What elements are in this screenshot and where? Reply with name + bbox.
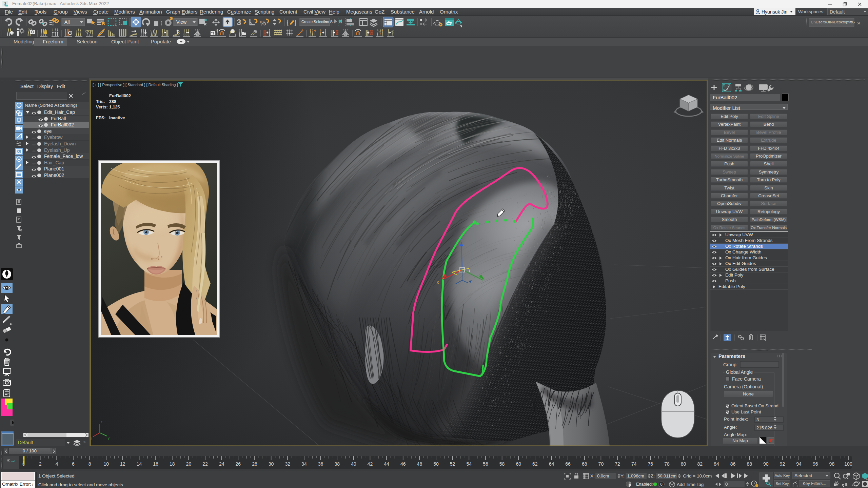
svg-text:14: 14 xyxy=(137,461,142,467)
svg-text:52: 52 xyxy=(450,461,455,467)
svg-text:18: 18 xyxy=(170,461,175,467)
svg-text:32: 32 xyxy=(285,461,290,467)
svg-text:78: 78 xyxy=(664,461,670,467)
svg-text:4: 4 xyxy=(55,461,58,467)
svg-text:42: 42 xyxy=(368,461,373,467)
svg-text:288: 288 xyxy=(109,99,116,104)
svg-text:38: 38 xyxy=(334,461,340,467)
svg-text:30: 30 xyxy=(269,461,274,467)
svg-text:z: z xyxy=(101,420,102,424)
svg-text:All: All xyxy=(64,19,70,25)
svg-text:x: x xyxy=(437,280,439,285)
svg-text:FurBall002: FurBall002 xyxy=(109,94,131,98)
svg-text:12: 12 xyxy=(120,461,125,467)
svg-text:70: 70 xyxy=(598,461,604,467)
svg-text:90: 90 xyxy=(763,461,769,467)
svg-text:40: 40 xyxy=(351,461,356,467)
svg-text:56: 56 xyxy=(483,461,488,467)
svg-text:98: 98 xyxy=(829,461,835,467)
svg-text:60: 60 xyxy=(516,461,521,467)
svg-text:86: 86 xyxy=(730,461,736,467)
svg-text:92: 92 xyxy=(780,461,785,467)
svg-text:20: 20 xyxy=(186,461,192,467)
svg-text:50: 50 xyxy=(433,461,439,467)
svg-text:96: 96 xyxy=(813,461,818,467)
svg-text:}: } xyxy=(294,19,297,26)
svg-text:68: 68 xyxy=(582,461,587,467)
svg-text:»: » xyxy=(857,20,860,26)
svg-text:66: 66 xyxy=(565,461,571,467)
svg-text:72: 72 xyxy=(615,461,620,467)
svg-text:24: 24 xyxy=(219,461,224,467)
svg-text:34: 34 xyxy=(301,461,307,467)
svg-text:1,125: 1,125 xyxy=(109,105,120,109)
svg-text:76: 76 xyxy=(648,461,653,467)
svg-text:FPS:: FPS: xyxy=(96,116,105,120)
svg-text:58: 58 xyxy=(499,461,505,467)
svg-text:88: 88 xyxy=(747,461,752,467)
svg-text:48: 48 xyxy=(417,461,422,467)
svg-text:26: 26 xyxy=(236,461,241,467)
svg-text:82: 82 xyxy=(697,461,703,467)
svg-text:6: 6 xyxy=(72,461,75,467)
svg-text:Create Selection Set: Create Selection Set xyxy=(301,20,336,24)
svg-text:44: 44 xyxy=(384,461,389,467)
svg-text:C:\Users\JIN\Desktop\KG: C:\Users\JIN\Desktop\KG xyxy=(811,20,855,24)
svg-text:10: 10 xyxy=(103,461,109,467)
svg-text:%: % xyxy=(260,19,266,27)
svg-text:74: 74 xyxy=(631,461,637,467)
svg-text:y: y xyxy=(108,436,110,440)
svg-text:3: 3 xyxy=(237,18,241,27)
svg-text:64: 64 xyxy=(549,461,554,467)
svg-text:100: 100 xyxy=(844,461,852,467)
svg-text:2: 2 xyxy=(39,461,42,467)
svg-text:Inactive: Inactive xyxy=(109,116,125,120)
svg-text:54: 54 xyxy=(467,461,472,467)
svg-text:[ + ] [ Perspective ] [ Standa: [ + ] [ Perspective ] [ Standard ] [ Def… xyxy=(93,83,178,87)
svg-text:z: z xyxy=(460,237,462,241)
svg-text:22: 22 xyxy=(202,461,208,467)
svg-text:View: View xyxy=(176,19,187,25)
svg-text:36: 36 xyxy=(318,461,323,467)
svg-text:84: 84 xyxy=(714,461,719,467)
svg-text:16: 16 xyxy=(153,461,158,467)
svg-text:{: { xyxy=(287,19,289,26)
svg-text:28: 28 xyxy=(252,461,257,467)
svg-text:Verts:: Verts: xyxy=(96,105,108,109)
svg-text:94: 94 xyxy=(796,461,802,467)
svg-text:46: 46 xyxy=(400,461,406,467)
svg-text:8: 8 xyxy=(88,461,91,467)
svg-text:80: 80 xyxy=(681,461,686,467)
svg-text:Tris:: Tris: xyxy=(96,99,105,104)
svg-text:62: 62 xyxy=(532,461,538,467)
